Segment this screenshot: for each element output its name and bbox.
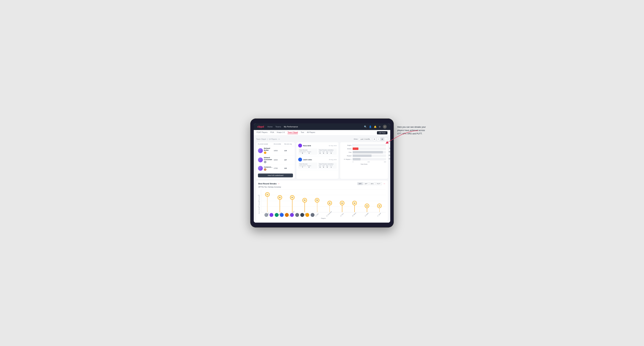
player-dot-col: 4x bbox=[328, 201, 332, 212]
table-row: Cameron... 3 17/20 103 bbox=[256, 165, 295, 172]
subnav-all-players[interactable]: All Players bbox=[307, 131, 315, 134]
dot-bubble: 5x bbox=[302, 198, 307, 202]
avatar bbox=[285, 213, 289, 217]
bar-fill bbox=[352, 158, 360, 161]
stat-total-rounds-label: Total Rounds bbox=[299, 149, 316, 151]
player-name: Cameron... bbox=[264, 166, 272, 168]
list-view-btn[interactable]: ≡ bbox=[376, 137, 380, 141]
team-header: Team Clippd | 14 Players ✏ Show Last 3 m… bbox=[256, 137, 388, 141]
bar-label: Bogeys bbox=[342, 155, 352, 157]
subnav-hcaps[interactable]: Hcaps 1-5 bbox=[277, 131, 285, 134]
player-details: Richard Butler 1 bbox=[264, 147, 274, 154]
nav-teams[interactable]: Teams bbox=[276, 126, 281, 128]
top-navigation: clippd Home Teams My Performance 🔍 👤 🔔 ⚙… bbox=[254, 123, 390, 130]
bar-track: 311 bbox=[352, 155, 386, 157]
sub-navigation: PGAT Players PGA Hcaps 1-5 Team Clippd T… bbox=[254, 130, 390, 136]
filter-arg[interactable]: ARG bbox=[369, 182, 375, 185]
bar-value: 311 bbox=[389, 155, 390, 156]
x-axis-title: Total Shots bbox=[342, 163, 386, 165]
bar-row: Pars 499 bbox=[342, 151, 386, 154]
player-dot-col: 7x bbox=[265, 192, 270, 212]
grid-view-btn[interactable]: ⊞ bbox=[373, 137, 376, 141]
view-leaderboard-button[interactable]: View Full Leaderboard bbox=[258, 173, 293, 177]
axis-label: 400 bbox=[384, 161, 386, 163]
avatar bbox=[310, 213, 314, 217]
table-row: Richard Butler 1 19/20 110 bbox=[256, 146, 295, 155]
stat-total-rounds-label: Total Rounds bbox=[299, 163, 316, 165]
stat-practice-activities: Total Practice Activities OTT 0 APP 0 AR… bbox=[318, 149, 337, 155]
bar-row: Eagles 3 bbox=[342, 144, 386, 147]
pb-avg: 103 bbox=[284, 168, 293, 169]
edit-icon[interactable]: ✏ bbox=[278, 138, 280, 140]
sub-nav-links: PGAT Players PGA Hcaps 1-5 Team Clippd T… bbox=[256, 131, 315, 134]
bell-icon[interactable]: 🔔 bbox=[374, 126, 376, 128]
nav-home[interactable]: Home bbox=[268, 126, 272, 128]
dot-bubble: 3x bbox=[377, 204, 382, 208]
annotation-arrow bbox=[385, 129, 420, 147]
stat-total-rounds: Total Rounds Tournament 7 Practice 2 bbox=[298, 163, 317, 169]
rank-badge: 2 bbox=[264, 161, 274, 163]
stat-rounds-row: Tournament 7 Practice 2 bbox=[299, 165, 316, 168]
badge: 3 bbox=[264, 168, 266, 171]
avatar bbox=[270, 213, 273, 217]
bar-label: Eagles bbox=[342, 145, 352, 146]
bar-row: Birdies 96 bbox=[342, 148, 386, 150]
filter-app[interactable]: APP bbox=[363, 182, 369, 185]
activity-panel: Rees Britt 02 Sep 2023 Total Rounds Tour… bbox=[296, 142, 338, 179]
pb-score: 17/20 bbox=[274, 168, 284, 169]
dot-stem bbox=[380, 208, 380, 212]
dot-stem bbox=[317, 202, 318, 212]
subnav-tour[interactable]: Tour bbox=[301, 131, 304, 134]
stat-rounds-row: Tournament 8 Practice 4 bbox=[299, 151, 316, 154]
user-icon[interactable]: 👤 bbox=[369, 126, 372, 128]
streaks-title: Best Round Streaks ← bbox=[258, 182, 280, 185]
nav-my-performance[interactable]: My Performance bbox=[284, 126, 298, 128]
bar-row: Bogeys 311 bbox=[342, 155, 386, 157]
activity-cards: Rees Britt 02 Sep 2023 Total Rounds Tour… bbox=[296, 142, 338, 170]
dot-bubble: 6x bbox=[290, 195, 294, 200]
player-info: Richard Butler 1 bbox=[258, 147, 274, 154]
y-axis-label: Best Streak, Fairway Accuracy bbox=[258, 195, 260, 214]
player-dot-col: 5x bbox=[315, 198, 320, 212]
avatar[interactable]: U bbox=[383, 125, 387, 129]
activity-avatar bbox=[298, 158, 302, 162]
bar-track: 131 bbox=[352, 158, 386, 161]
show-controls: Show Last 3 months ⊞ ≡ ▦ ↕ bbox=[354, 137, 388, 141]
filter-putt[interactable]: PUTT bbox=[376, 182, 382, 185]
player-dot-col: 6x bbox=[278, 195, 282, 212]
activity-card: Josh Coles 26 Aug 2023 Total Rounds Tour… bbox=[296, 156, 338, 170]
player-list: Richard Butler 1 19/20 110 Edward Crossm… bbox=[256, 146, 295, 172]
bar-fill bbox=[352, 151, 383, 154]
stat-total-rounds: Total Rounds Tournament 8 Practice 4 bbox=[298, 149, 317, 155]
card-view-btn[interactable]: ▦ bbox=[380, 137, 384, 141]
settings-icon[interactable]: ⚙ bbox=[379, 126, 381, 128]
show-select[interactable]: Last 3 months bbox=[359, 138, 371, 141]
rank-badge: 1 bbox=[264, 152, 274, 154]
axis-label: 200 bbox=[368, 161, 370, 163]
streak-filter-buttons: OTT APP ARG PUTT ← bbox=[357, 182, 386, 185]
badge: 2 bbox=[264, 161, 266, 163]
filter-ott[interactable]: OTT bbox=[357, 182, 363, 185]
leaderboard-header: PLAYER NAME PB SCORE PB AVG SQ bbox=[256, 142, 295, 146]
bar-chart-panel: Eagles 3 Birdies 96 Pars 499 Bogeys bbox=[340, 142, 388, 179]
logo: clippd bbox=[257, 125, 264, 128]
player-details: Edward Crossman 2 bbox=[264, 157, 274, 163]
chart-body: 2 4 6 7x E. Ebert 6x B. McHerg 6x D. Bil… bbox=[261, 190, 386, 219]
stat-practice-row: OTT 0 APP 0 ARG 0 PUTT 1 bbox=[319, 165, 336, 168]
streaks-section: Best Round Streaks ← OTT APP ARG PUTT ← … bbox=[256, 180, 388, 221]
pb-avg: 110 bbox=[284, 150, 293, 152]
dot-stem bbox=[292, 200, 292, 212]
dot-bubble: 3x bbox=[365, 204, 369, 208]
bar-value: 96 bbox=[390, 148, 390, 149]
arrow-right: ← bbox=[383, 182, 386, 185]
subnav-pga[interactable]: PGA bbox=[270, 131, 274, 134]
player-dot-col: 4x bbox=[352, 201, 357, 212]
bar-label: D. Bogeys + bbox=[342, 159, 352, 160]
subnav-pgat[interactable]: PGAT Players bbox=[256, 131, 268, 134]
search-icon[interactable]: 🔍 bbox=[364, 126, 367, 128]
dot-stem bbox=[367, 208, 367, 212]
annotation: Here you can see streaks your players ha… bbox=[396, 126, 429, 136]
dot-stem bbox=[304, 202, 305, 212]
subnav-team-clippd[interactable]: Team Clippd bbox=[288, 131, 298, 134]
col-player-name: PLAYER NAME bbox=[258, 143, 274, 145]
